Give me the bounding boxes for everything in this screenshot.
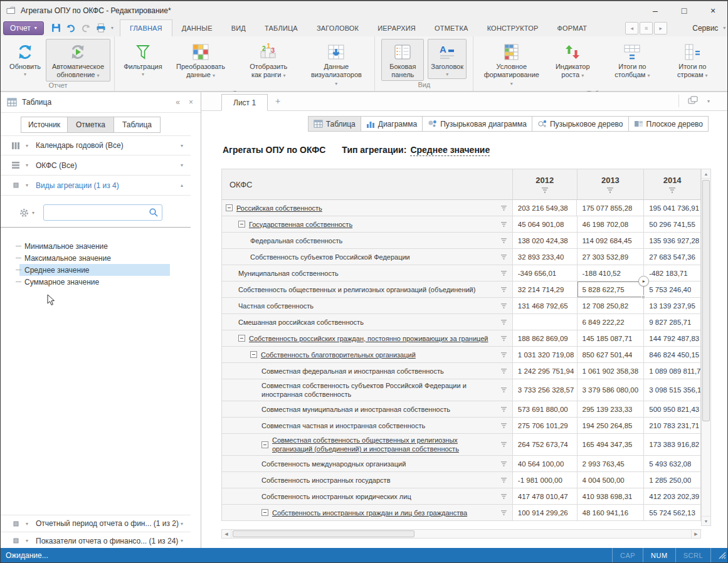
filter-icon[interactable] [500,369,509,374]
panel-tab[interactable]: Источник [21,117,68,133]
tab-scroll-right-button[interactable]: ▸ [654,22,667,34]
row-header-cell[interactable]: Совместная федеральная и иностранная соб… [222,363,513,379]
view-bubble-tree-button[interactable]: Пузырьковое дерево [532,116,629,132]
dimension-row-calendar[interactable]: ▾ Календарь годовой (Все) ▾ [1,135,191,155]
chevron-down-icon[interactable]: ▾ [181,521,183,527]
column-header-okfs[interactable]: ОКФС [222,169,513,199]
settings-button[interactable]: ▾ [19,208,34,218]
transform-data-button[interactable]: Преобразовать данные ▾ [171,39,230,82]
value-cell[interactable]: 55 724 562,13▸ [644,505,700,520]
service-menu[interactable]: Сервис▾ [685,24,728,33]
filter-icon[interactable] [541,187,549,193]
value-cell[interactable]: 48 160 941,16▸ [578,505,645,520]
row-header-cell[interactable]: Собственность иностранных юридических ли… [222,488,513,504]
print-button[interactable] [96,23,106,33]
vertical-scroll-thumb[interactable] [702,180,710,421]
value-cell[interactable]: 5 828 622,75▸ [578,282,645,297]
collapse-icon[interactable] [226,204,233,211]
filter-icon[interactable] [500,303,509,308]
ribbon-tab[interactable]: ТАБЛИЦА [255,19,307,36]
value-cell[interactable]: 175 077 855,28▸ [577,200,644,216]
value-cell[interactable]: 45 064 901,08▸ [513,216,578,232]
value-cell[interactable]: -482 183,71▸ [644,265,700,281]
row-totals-button[interactable]: Итоги по строкам ▾ [667,39,719,82]
search-icon[interactable] [149,208,159,218]
horizontal-scroll-thumb[interactable] [233,530,414,537]
redo-button[interactable] [81,24,91,33]
filter-icon[interactable] [500,271,509,276]
value-cell[interactable]: 138 020 424,38▸ [513,233,578,248]
column-header-year[interactable]: 2013 [578,169,645,199]
value-cell[interactable]: 145 185 087,71▸ [578,330,645,346]
filtering-button[interactable]: Фильтрация ▾ [124,39,162,79]
collapse-icon[interactable] [261,509,268,516]
save-button[interactable] [51,23,61,33]
search-input[interactable] [44,205,149,220]
value-cell[interactable]: 194 250 264,85▸ [578,418,645,433]
column-header-year[interactable]: 2012 [513,169,578,199]
value-cell[interactable]: 6 849 222,22▸ [578,314,645,330]
filter-icon[interactable] [500,352,509,357]
dimension-row[interactable]: ▾ Показатели отчета о финансо... (1 из 2… [1,532,191,550]
value-cell[interactable]: 1 242 295 751,94▸ [513,363,578,379]
list-item[interactable]: Минимальное значение [19,240,170,252]
row-header-cell[interactable]: Собственность субъектов Российской Федер… [222,249,513,265]
panel-tab[interactable]: Отметка [67,117,114,133]
ribbon-tab[interactable]: ИЕРАРХИЯ [368,19,425,36]
vertical-scrollbar[interactable]: ▲ ▼ [701,169,711,526]
chevron-down-icon[interactable]: ▾ [26,162,28,168]
value-cell[interactable]: 1 031 320 719,08▸ [513,347,578,362]
value-cell[interactable]: 203 216 549,38▸ [513,200,578,216]
dimension-row[interactable]: ▾ Отчетный период отчета о фин... (1 из … [1,515,191,532]
value-cell[interactable]: 131 468 792,65▸ [513,298,578,313]
column-totals-button[interactable]: Итоги по столбцам ▾ [604,39,660,82]
value-cell[interactable]: 135 936 927,28▸ [644,233,700,248]
value-cell[interactable]: 32 214 714,29▸ [513,282,578,297]
ribbon-tab[interactable]: ВИД [222,19,255,36]
value-cell[interactable]: 846 824 450,15▸ [644,347,700,362]
value-cell[interactable]: 50 296 741,55▸ [644,216,700,232]
selection-handle[interactable] [641,295,645,299]
visualizer-data-button[interactable]: Данные визуализаторов ▾ [307,39,366,90]
ribbon-tab[interactable]: КОНСТРУКТОР [478,19,548,36]
row-header-cell[interactable]: Собственность российских граждан, постоя… [222,330,513,346]
value-cell[interactable]: 3 098 515 356,1▸ [644,379,700,401]
auto-refresh-button[interactable]: Автоматическое обновление ▾ [46,39,110,82]
scroll-down-button[interactable]: ▼ [702,516,710,525]
undo-button[interactable] [66,24,76,33]
row-header-cell[interactable]: Собственность международных организаций [222,456,513,471]
value-cell[interactable]: 46 198 702,08▸ [578,216,645,232]
value-cell[interactable]: 3 379 586 080,00▸ [578,379,645,401]
view-flat-tree-button[interactable]: Плоское дерево [628,116,709,132]
value-cell[interactable]: 417 478 010,47▸ [513,488,578,504]
collapse-icon[interactable] [238,221,245,228]
row-header-cell[interactable]: Государственная собственность [222,216,513,232]
row-header-cell[interactable]: Совместная частная и иностранная собстве… [222,418,513,433]
value-cell[interactable]: 9 827 285,71▸ [644,314,700,330]
row-header-cell[interactable]: Совместная собственность субъектов Росси… [222,379,513,401]
row-header-cell[interactable]: Собственность благотворительных организа… [222,347,513,362]
dimension-row-okfs[interactable]: ▾ ОКФС (Все) ▾ [1,155,191,176]
value-cell[interactable]: 12 708 250,82▸ [578,298,645,313]
collapse-icon[interactable] [261,441,268,448]
value-cell[interactable]: 27 303 532,89▸ [578,249,645,265]
view-table-button[interactable]: Таблица [308,116,361,132]
list-item[interactable]: Суммарное значение [19,276,170,288]
filter-icon[interactable] [500,320,509,325]
value-cell[interactable]: 1 089 089 811,7▸ [644,363,700,379]
value-cell[interactable]: 173 383 916,82▸ [644,434,700,455]
value-cell[interactable]: 4 004 500,00▸ [578,472,645,488]
row-header-cell[interactable]: Федеральная собственность [222,233,513,248]
conditional-formatting-button[interactable]: Условное форматирование ▾ [482,39,541,90]
value-cell[interactable]: 114 092 684,45▸ [578,233,645,248]
chevron-up-icon[interactable]: ▴ [181,182,183,188]
report-menu-button[interactable]: Отчет▾ [3,21,44,35]
chevron-down-icon[interactable]: ▾ [111,25,113,31]
row-header-cell[interactable]: Собственность иностранных государств [222,472,513,488]
filter-icon[interactable] [500,222,509,227]
filter-icon[interactable] [500,336,509,341]
chevron-down-icon[interactable]: ▾ [181,538,183,544]
collapse-panel-button[interactable]: « [176,98,180,107]
filter-icon[interactable] [500,238,509,243]
scroll-left-button[interactable]: ◀ [222,530,231,538]
